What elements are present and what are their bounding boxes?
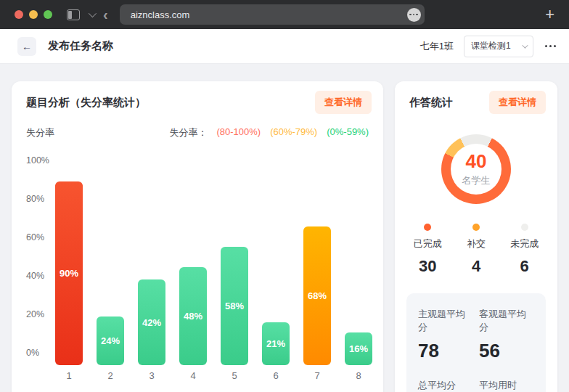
page-title: 发布任务名称 bbox=[48, 39, 113, 53]
task-select-value: 课堂检测1 bbox=[471, 40, 511, 52]
status-legend-item: 补交4 bbox=[452, 224, 501, 276]
metric-label: 客观题平均分 bbox=[479, 308, 534, 334]
status-label: 未完成 bbox=[510, 237, 539, 250]
stats-view-details-button[interactable]: 查看详情 bbox=[489, 91, 546, 114]
screen: { "browser": { "url": "aiznclass.com", "… bbox=[0, 0, 569, 392]
bar-question-6[interactable]: 21% bbox=[262, 322, 290, 365]
metric-item: 客观题平均分56 bbox=[479, 308, 534, 360]
url-text: aiznclass.com bbox=[131, 9, 190, 20]
status-dot bbox=[521, 224, 528, 231]
bar-question-8[interactable]: 16% bbox=[345, 332, 372, 365]
x-tick-label: 6 bbox=[262, 370, 290, 381]
minimize-window-button[interactable] bbox=[29, 10, 38, 19]
y-tick-label: 60% bbox=[26, 232, 44, 242]
metric-label: 平均用时 bbox=[479, 379, 534, 392]
y-tick-label: 100% bbox=[26, 155, 49, 166]
status-label: 补交 bbox=[467, 237, 486, 250]
metric-value: 78 bbox=[418, 341, 473, 360]
header-right: 七年1班 课堂检测1 bbox=[420, 36, 557, 57]
answer-stats-card: 作答统计 查看详情 40 名学生 已完成30补交4未完成6 主观题平均分78客观… bbox=[395, 81, 557, 392]
metric-label: 总平均分 bbox=[418, 379, 473, 392]
back-arrow-icon: ← bbox=[22, 41, 32, 52]
y-tick-label: 40% bbox=[26, 271, 44, 281]
back-button[interactable]: ← bbox=[17, 37, 36, 56]
bar-value-label: 90% bbox=[60, 268, 78, 279]
class-label: 七年1班 bbox=[420, 40, 454, 53]
new-tab-button[interactable]: + bbox=[541, 7, 559, 23]
y-tick-label: 20% bbox=[26, 309, 44, 319]
question-analysis-card: 题目分析（失分率统计） 查看详情 失分率 失分率： (80-100%)(60%-… bbox=[12, 81, 383, 392]
bar-question-7[interactable]: 68% bbox=[303, 226, 331, 365]
donut-center: 40 名学生 bbox=[441, 134, 511, 204]
address-bar[interactable]: aiznclass.com bbox=[120, 4, 425, 25]
metric-item: 总平均分72 bbox=[418, 379, 473, 392]
status-legend: 已完成30补交4未完成6 bbox=[404, 224, 549, 276]
y-tick-label: 0% bbox=[26, 348, 39, 358]
browser-toolbar: ‹ aiznclass.com + bbox=[0, 0, 569, 29]
x-tick-label: 1 bbox=[55, 370, 83, 381]
status-dot bbox=[472, 224, 480, 231]
bar-value-label: 58% bbox=[225, 301, 244, 311]
status-label: 已完成 bbox=[414, 237, 442, 250]
bar-value-label: 16% bbox=[349, 343, 368, 354]
chevron-down-icon bbox=[522, 42, 528, 48]
x-tick-label: 5 bbox=[221, 370, 248, 381]
page-options-icon[interactable] bbox=[407, 8, 421, 22]
bar-value-label: 68% bbox=[308, 290, 327, 301]
sidebar-toggle-icon[interactable] bbox=[67, 9, 80, 20]
bar-question-2[interactable]: 24% bbox=[97, 317, 124, 365]
metric-label: 主观题平均分 bbox=[418, 308, 473, 334]
x-tick-label: 3 bbox=[138, 370, 165, 381]
bar-question-1[interactable]: 90% bbox=[55, 181, 83, 365]
page-header: ← 发布任务名称 七年1班 课堂检测1 bbox=[0, 29, 569, 64]
bar-question-5[interactable]: 58% bbox=[221, 247, 248, 365]
bar-question-3[interactable]: 42% bbox=[138, 279, 165, 365]
y-tick-label: 80% bbox=[26, 194, 44, 204]
metric-item: 主观题平均分78 bbox=[418, 308, 473, 360]
bar-value-label: 42% bbox=[142, 317, 161, 328]
student-total: 40 bbox=[466, 152, 487, 171]
status-dot bbox=[424, 224, 431, 231]
content: 题目分析（失分率统计） 查看详情 失分率 失分率： (80-100%)(60%-… bbox=[0, 64, 569, 392]
status-count: 6 bbox=[520, 257, 529, 276]
bar-value-label: 21% bbox=[266, 338, 285, 349]
student-total-label: 名学生 bbox=[462, 174, 491, 187]
stats-card-title: 作答统计 bbox=[409, 96, 453, 110]
window-controls bbox=[15, 10, 52, 19]
status-legend-item: 未完成6 bbox=[500, 224, 549, 276]
x-tick-label: 8 bbox=[345, 370, 372, 381]
task-select[interactable]: 课堂检测1 bbox=[464, 36, 533, 57]
close-window-button[interactable] bbox=[15, 10, 23, 19]
fullscreen-window-button[interactable] bbox=[44, 10, 52, 19]
status-count: 4 bbox=[472, 257, 480, 276]
status-count: 30 bbox=[419, 257, 436, 276]
x-tick-label: 7 bbox=[303, 370, 331, 381]
bar-value-label: 24% bbox=[101, 335, 120, 346]
metric-item: 平均用时3′45″ bbox=[479, 379, 534, 392]
x-tick-label: 4 bbox=[179, 370, 207, 381]
browser-back-icon[interactable]: ‹ bbox=[103, 7, 108, 22]
metric-value: 56 bbox=[479, 341, 534, 360]
bar-value-label: 48% bbox=[184, 311, 202, 322]
x-tick-label: 2 bbox=[97, 370, 124, 381]
metrics-panel: 主观题平均分78客观题平均分56总平均分72平均用时3′45″ bbox=[406, 293, 546, 392]
donut-chart: 40 名学生 bbox=[441, 134, 511, 204]
bar-chart: 100%80%60%40%20%0% 90%24%42%48%58%21%68%… bbox=[12, 81, 383, 392]
tab-overview-chevron-icon[interactable] bbox=[89, 9, 97, 17]
status-legend-item: 已完成30 bbox=[404, 224, 452, 276]
bar-question-4[interactable]: 48% bbox=[179, 267, 207, 365]
more-options-button[interactable] bbox=[544, 42, 557, 50]
